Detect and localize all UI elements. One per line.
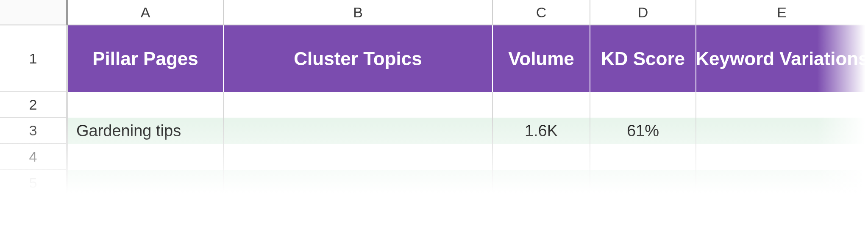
column-header-B[interactable]: B bbox=[224, 0, 493, 25]
column-header-A[interactable]: A bbox=[68, 0, 224, 25]
row-header-2[interactable]: 2 bbox=[0, 92, 68, 118]
cell-E2[interactable] bbox=[696, 92, 868, 118]
cell-A5[interactable] bbox=[68, 170, 224, 196]
table-row: 5 bbox=[0, 170, 868, 196]
cell-C3[interactable]: 1.6K bbox=[493, 118, 590, 144]
cell-A1[interactable]: Pillar Pages bbox=[68, 25, 224, 92]
table-row: 1 Pillar Pages Cluster Topics Volume KD … bbox=[0, 25, 868, 92]
cell-A3[interactable]: Gardening tips bbox=[68, 118, 224, 144]
table-row: 2 bbox=[0, 92, 868, 118]
cell-C2[interactable] bbox=[493, 92, 590, 118]
cell-E1[interactable]: Keyword Variations bbox=[696, 25, 868, 92]
cell-D5[interactable] bbox=[590, 170, 696, 196]
cell-D2[interactable] bbox=[590, 92, 696, 118]
cell-B2[interactable] bbox=[224, 92, 493, 118]
cell-A4[interactable] bbox=[68, 144, 224, 170]
column-header-E[interactable]: E bbox=[696, 0, 868, 25]
cell-B5[interactable] bbox=[224, 170, 493, 196]
cell-E5[interactable] bbox=[696, 170, 868, 196]
cell-C1[interactable]: Volume bbox=[493, 25, 590, 92]
column-header-D[interactable]: D bbox=[590, 0, 696, 25]
row-header-3[interactable]: 3 bbox=[0, 118, 68, 144]
row-header-5[interactable]: 5 bbox=[0, 170, 68, 196]
cell-C5[interactable] bbox=[493, 170, 590, 196]
cell-A2[interactable] bbox=[68, 92, 224, 118]
row-header-1[interactable]: 1 bbox=[0, 25, 68, 92]
cell-D1[interactable]: KD Score bbox=[590, 25, 696, 92]
cell-E4[interactable] bbox=[696, 144, 868, 170]
column-header-C[interactable]: C bbox=[493, 0, 590, 25]
cell-B3[interactable] bbox=[224, 118, 493, 144]
table-row: 4 bbox=[0, 144, 868, 170]
cell-B4[interactable] bbox=[224, 144, 493, 170]
select-all-corner[interactable] bbox=[0, 0, 68, 25]
table-row: 3 Gardening tips 1.6K 61% bbox=[0, 118, 868, 144]
cell-B1[interactable]: Cluster Topics bbox=[224, 25, 493, 92]
cell-E3[interactable] bbox=[696, 118, 868, 144]
column-header-row: A B C D E bbox=[0, 0, 868, 25]
cell-C4[interactable] bbox=[493, 144, 590, 170]
cell-D4[interactable] bbox=[590, 144, 696, 170]
row-header-4[interactable]: 4 bbox=[0, 144, 68, 170]
spreadsheet-grid: A B C D E 1 Pillar Pages Cluster Topics … bbox=[0, 0, 868, 196]
cell-D3[interactable]: 61% bbox=[590, 118, 696, 144]
